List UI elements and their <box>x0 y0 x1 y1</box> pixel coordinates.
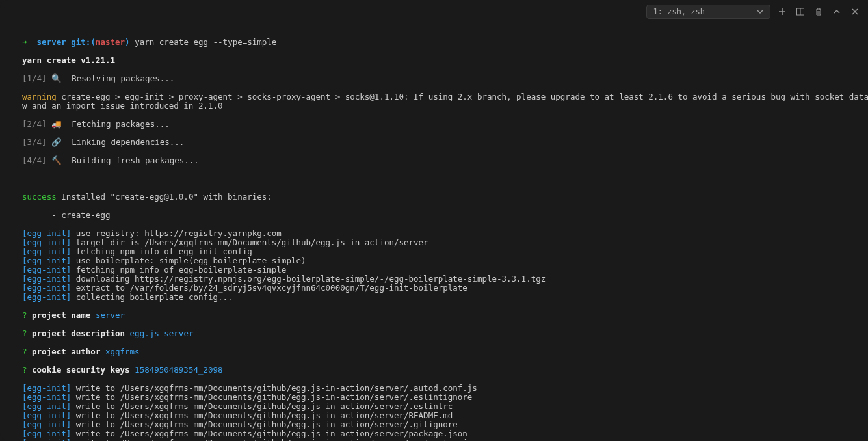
egg-init-tag: [egg-init] <box>22 401 71 411</box>
step-prefix: [1/4] <box>22 74 47 83</box>
egg-init-message: write to /Users/xgqfrms-mm/Documents/git… <box>71 383 477 393</box>
tab-label: 1: zsh, zsh <box>653 7 705 16</box>
prompt-dir: server <box>37 37 66 47</box>
egg-init-line: [egg-init] write to /Users/xgqfrms-mm/Do… <box>22 402 846 411</box>
egg-init-tag: [egg-init] <box>22 383 71 393</box>
question-label: project description <box>32 328 125 338</box>
prompt-arrow: ➜ <box>22 37 27 47</box>
step-text: Building fresh packages... <box>62 155 199 165</box>
truck-emoji: 🚚 <box>51 119 62 129</box>
yarn-version: yarn create v1.21.1 <box>22 56 846 65</box>
new-tab-icon[interactable] <box>776 5 789 18</box>
egg-init-tag: [egg-init] <box>22 429 71 438</box>
warning-label: warning <box>22 92 57 101</box>
question-mark: ? <box>22 347 27 356</box>
question-label: project name <box>32 310 90 320</box>
prompt-git: git:( <box>71 37 96 47</box>
egg-init-line: [egg-init] write to /Users/xgqfrms-mm/Do… <box>22 393 846 402</box>
egg-init-line: [egg-init] write to /Users/xgqfrms-mm/Do… <box>22 384 846 393</box>
question-answer: egg.js server <box>130 328 194 338</box>
egg-init-message: use registry: https://registry.yarnpkg.c… <box>71 228 282 238</box>
command-text: yarn create egg --type=simple <box>135 37 276 47</box>
success-text: Installed "create-egg@1.0.0" with binari… <box>57 192 272 202</box>
question-answer: xgqfrms <box>105 347 140 356</box>
egg-init-message: write to /Users/xgqfrms-mm/Documents/git… <box>71 410 453 420</box>
question-mark: ? <box>22 365 27 375</box>
egg-init-message: extract to /var/folders/by/24_sdryj5sv4q… <box>71 283 467 293</box>
egg-init-tag: [egg-init] <box>22 292 71 302</box>
success-label: success <box>22 192 57 202</box>
terminal-window: 1: zsh, zsh ➜ server git:(master) yarn c… <box>0 0 868 441</box>
tab-selector[interactable]: 1: zsh, zsh <box>646 5 770 19</box>
egg-init-message: fetching npm info of egg-init-config <box>71 247 252 256</box>
egg-init-tag: [egg-init] <box>22 247 71 256</box>
question-mark: ? <box>22 310 27 320</box>
egg-init-tag: [egg-init] <box>22 420 71 429</box>
step-text: Resolving packages... <box>62 74 174 83</box>
egg-init-message: write to /Users/xgqfrms-mm/Documents/git… <box>71 401 453 411</box>
binary-line: - create-egg <box>22 211 846 220</box>
egg-init-message: downloading https://registry.npmjs.org/e… <box>71 274 546 284</box>
search-emoji: 🔍 <box>51 74 62 83</box>
egg-init-tag: [egg-init] <box>22 228 71 238</box>
close-icon[interactable] <box>848 5 861 18</box>
egg-init-message: write to /Users/xgqfrms-mm/Documents/git… <box>71 438 472 441</box>
egg-init-tag: [egg-init] <box>22 256 71 265</box>
egg-init-line: [egg-init] extract to /var/folders/by/24… <box>22 284 846 293</box>
egg-init-line: [egg-init] write to /Users/xgqfrms-mm/Do… <box>22 411 846 420</box>
egg-init-message: write to /Users/xgqfrms-mm/Documents/git… <box>71 429 467 438</box>
titlebar: 1: zsh, zsh <box>0 0 868 23</box>
chevron-down-icon <box>757 8 763 15</box>
egg-init-line: [egg-init] use boilerplate: simple(egg-b… <box>22 256 846 265</box>
egg-init-message: write to /Users/xgqfrms-mm/Documents/git… <box>71 420 458 429</box>
prompt-git-close: ) <box>125 37 130 47</box>
question-answer: server <box>96 310 125 320</box>
question-label: cookie security keys <box>32 365 130 375</box>
egg-init-line: [egg-init] fetching npm info of egg-boil… <box>22 265 846 274</box>
egg-init-message: write to /Users/xgqfrms-mm/Documents/git… <box>71 392 472 402</box>
split-vertical-icon[interactable] <box>794 5 807 18</box>
egg-init-tag: [egg-init] <box>22 438 71 441</box>
warning-text: create-egg > egg-init > proxy-agent > so… <box>22 92 868 111</box>
egg-init-line: [egg-init] write to /Users/xgqfrms-mm/Do… <box>22 429 846 438</box>
egg-init-message: use boilerplate: simple(egg-boilerplate-… <box>71 256 306 265</box>
trash-icon[interactable] <box>812 5 825 18</box>
step-prefix: [2/4] <box>22 119 47 129</box>
egg-init-tag: [egg-init] <box>22 265 71 274</box>
question-answer: 1584950489354_2098 <box>135 365 222 375</box>
chevron-up-icon[interactable] <box>830 5 843 18</box>
question-label: project author <box>32 347 100 356</box>
egg-init-tag: [egg-init] <box>22 410 71 420</box>
egg-init-message: collecting boilerplate config... <box>71 292 232 302</box>
egg-init-line: [egg-init] write to /Users/xgqfrms-mm/Do… <box>22 438 846 441</box>
step-text: Linking dependencies... <box>62 137 184 147</box>
step-text: Fetching packages... <box>62 119 170 129</box>
egg-init-tag: [egg-init] <box>22 392 71 402</box>
egg-init-line: [egg-init] write to /Users/xgqfrms-mm/Do… <box>22 420 846 429</box>
egg-init-tag: [egg-init] <box>22 274 71 284</box>
egg-init-line: [egg-init] use registry: https://registr… <box>22 229 846 238</box>
step-prefix: [4/4] <box>22 155 47 165</box>
question-mark: ? <box>22 328 27 338</box>
egg-init-line: [egg-init] collecting boilerplate config… <box>22 293 846 302</box>
egg-init-tag: [egg-init] <box>22 237 71 247</box>
link-emoji: 🔗 <box>51 137 62 147</box>
egg-init-message: fetching npm info of egg-boilerplate-sim… <box>71 265 286 274</box>
egg-init-line: [egg-init] downloading https://registry.… <box>22 274 846 284</box>
egg-init-line: [egg-init] fetching npm info of egg-init… <box>22 247 846 256</box>
hammer-emoji: 🔨 <box>51 155 62 165</box>
egg-init-message: target dir is /Users/xgqfrms-mm/Document… <box>71 237 428 247</box>
prompt-branch: master <box>96 37 125 47</box>
egg-init-tag: [egg-init] <box>22 283 71 293</box>
egg-init-line: [egg-init] target dir is /Users/xgqfrms-… <box>22 238 846 247</box>
terminal-output[interactable]: ➜ server git:(master) yarn create egg --… <box>0 23 868 441</box>
step-prefix: [3/4] <box>22 137 47 147</box>
